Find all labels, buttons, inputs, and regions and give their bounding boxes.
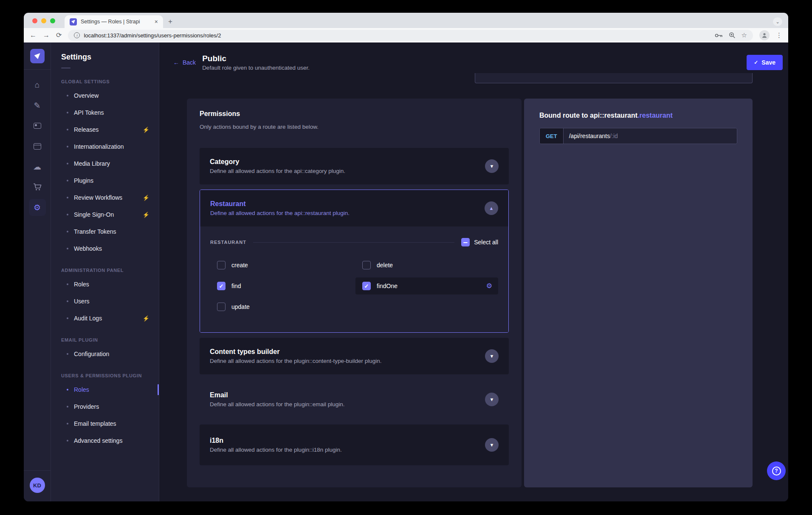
help-button[interactable]: ? [767, 461, 786, 480]
restaurant-section-label: RESTAURANT [210, 240, 246, 245]
permissions-panel: Permissions Only actions bound by a rout… [187, 99, 522, 487]
settings-nav-item[interactable]: Providers [51, 398, 159, 415]
permission-checkbox[interactable] [217, 282, 226, 290]
settings-nav-item[interactable]: Internationalization [51, 138, 159, 155]
advanced-settings-gear-icon[interactable]: ⚙ [486, 283, 492, 289]
nav-section-label: ADMINISTRATION PANEL [61, 268, 149, 273]
bullet-icon [67, 353, 68, 355]
permission-action-row[interactable]: delete [355, 257, 498, 274]
section-divider [253, 242, 454, 243]
settings-nav-item[interactable]: Roles [51, 381, 159, 398]
permission-checkbox[interactable] [362, 282, 371, 290]
settings-nav-item[interactable]: Audit Logs ⚡ [51, 310, 159, 327]
settings-nav-item[interactable]: Configuration [51, 345, 159, 362]
settings-nav-item[interactable]: Plugins [51, 172, 159, 189]
permission-checkbox[interactable] [217, 303, 226, 311]
strapi-app: ⌂ ✎ ☁ ⚙ KD Settings GLOBAL [24, 42, 788, 501]
site-info-icon[interactable]: i [74, 32, 80, 38]
accordion-email[interactable]: Email Define all allowed actions for the… [200, 381, 509, 418]
select-all-checkbox[interactable] [461, 238, 470, 246]
browser-window: Settings — Roles | Strapi × + ⌄ ← → ⟳ i … [24, 13, 788, 501]
bullet-icon [67, 440, 68, 441]
bullet-icon [67, 129, 68, 130]
marketplace-cart-icon[interactable] [29, 178, 46, 195]
back-nav-icon[interactable]: ← [30, 32, 37, 39]
minimize-window-button[interactable] [41, 18, 46, 23]
chevron-up-icon[interactable]: ▲ [485, 201, 498, 215]
strapi-logo-icon[interactable] [30, 49, 45, 63]
http-method-badge: GET [540, 128, 564, 144]
rail-bottom-divider [24, 470, 51, 471]
user-avatar[interactable]: KD [30, 478, 45, 493]
tab-search-chevron-icon[interactable]: ⌄ [773, 17, 782, 26]
bullet-icon [67, 112, 68, 113]
tab-close-icon[interactable]: × [154, 18, 159, 25]
select-all-control[interactable]: Select all [461, 238, 498, 246]
browser-tab[interactable]: Settings — Roles | Strapi × [65, 15, 163, 28]
media-library-icon[interactable] [29, 117, 46, 134]
address-bar[interactable]: i localhost:1337/admin/settings/users-pe… [68, 30, 753, 41]
content-manager-pen-icon[interactable]: ✎ [29, 97, 46, 114]
permission-action-row[interactable]: find [210, 277, 353, 294]
lightning-boost-icon: ⚡ [143, 212, 149, 218]
chevron-down-icon[interactable]: ▼ [485, 438, 499, 452]
browser-profile-avatar[interactable] [759, 30, 770, 40]
settings-nav-item[interactable]: Email templates [51, 415, 159, 432]
tab-title: Settings — Roles | Strapi [81, 19, 150, 25]
settings-gear-icon[interactable]: ⚙ [29, 199, 46, 216]
bullet-icon [67, 180, 68, 181]
save-button[interactable]: ✓ Save [747, 55, 783, 70]
zoom-window-button[interactable] [50, 18, 55, 23]
chevron-down-icon[interactable]: ▼ [485, 349, 499, 363]
settings-nav-item[interactable]: Overview [51, 87, 159, 104]
settings-nav-item[interactable]: Advanced settings [51, 432, 159, 449]
bullet-icon [67, 423, 68, 424]
settings-nav-item[interactable]: Users [51, 293, 159, 310]
settings-nav-item[interactable]: Media Library [51, 155, 159, 172]
settings-nav-item[interactable]: API Tokens [51, 104, 159, 121]
settings-nav-item[interactable]: Releases ⚡ [51, 121, 159, 138]
content-type-builder-icon[interactable] [29, 138, 46, 155]
home-icon[interactable]: ⌂ [29, 76, 46, 93]
settings-nav-item[interactable]: Transfer Tokens [51, 223, 159, 240]
permission-action-row[interactable]: create [210, 257, 353, 274]
browser-menu-icon[interactable]: ⋮ [776, 31, 782, 39]
forward-nav-icon[interactable]: → [43, 32, 50, 39]
permission-action-row[interactable]: update [210, 298, 353, 315]
chevron-down-icon[interactable]: ▼ [485, 393, 499, 406]
question-mark-icon: ? [772, 467, 781, 475]
bullet-icon [67, 283, 68, 285]
close-window-button[interactable] [32, 18, 37, 23]
restaurant-permissions-body: RESTAURANT Select all [200, 226, 508, 332]
accordion-category[interactable]: Category Define all allowed actions for … [200, 148, 509, 184]
settings-nav-item[interactable]: Review Workflows ⚡ [51, 189, 159, 206]
settings-nav-item[interactable]: Single Sign-On ⚡ [51, 206, 159, 223]
permission-checkbox[interactable] [362, 261, 371, 269]
bound-route-title: Bound route to api::restaurant.restauran… [539, 112, 737, 119]
permission-action-row[interactable]: findOne ⚙ [355, 277, 498, 294]
bookmark-star-icon[interactable]: ☆ [742, 31, 747, 39]
chevron-down-icon[interactable]: ▼ [485, 159, 499, 173]
accordion-i18n[interactable]: i18n Define all allowed actions for the … [200, 424, 509, 465]
zoom-page-icon[interactable] [729, 32, 736, 39]
person-icon [761, 32, 767, 38]
settings-title-rule [61, 68, 70, 68]
reload-icon[interactable]: ⟳ [56, 32, 62, 39]
new-tab-button[interactable]: + [168, 18, 172, 25]
accordion-content-types-builder[interactable]: Content types builder Define all allowed… [200, 338, 509, 374]
settings-nav-item[interactable]: Webhooks [51, 240, 159, 257]
description-field-bottom-edge[interactable] [475, 73, 753, 83]
permissions-title: Permissions [200, 110, 509, 118]
cloud-deploy-icon[interactable]: ☁ [29, 158, 46, 175]
permission-checkbox[interactable] [217, 261, 226, 269]
url-text[interactable]: localhost:1337/admin/settings/users-perm… [84, 32, 710, 39]
settings-nav-list: GLOBAL SETTINGS Overview AP [51, 79, 159, 449]
back-link[interactable]: ← Back [173, 59, 196, 66]
bullet-icon [67, 214, 68, 215]
bullet-icon [67, 197, 68, 198]
password-key-icon[interactable] [715, 33, 723, 38]
settings-nav-item[interactable]: Roles [51, 276, 159, 293]
accordion-restaurant-header[interactable]: Restaurant Define all allowed actions fo… [200, 190, 508, 226]
actions-grid: create delete find [210, 257, 498, 315]
accordion-restaurant-expanded: Restaurant Define all allowed actions fo… [200, 190, 509, 333]
